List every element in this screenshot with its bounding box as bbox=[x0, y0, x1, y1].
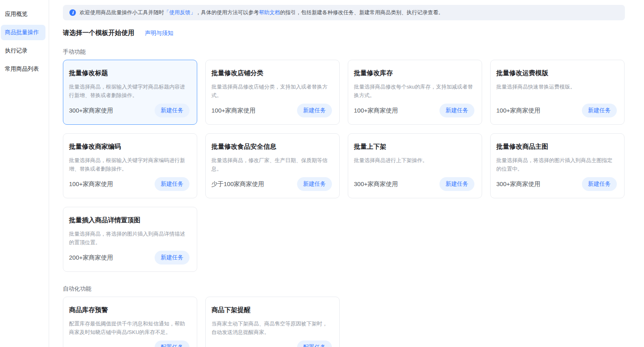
banner-text-before: 欢迎使用商品批量操作小工具并随时 bbox=[80, 9, 164, 15]
card-description: 批量选择商品，将选择的图片插入到商品详情描述的置顶位置。 bbox=[69, 230, 190, 247]
card-title: 批量修改店铺分类 bbox=[211, 69, 332, 78]
notice-link[interactable]: 声明与须知 bbox=[145, 30, 173, 37]
card-footer: 300+家商家使用 新建任务 bbox=[496, 173, 617, 191]
card-footer: 300+家商家使用 新建任务 bbox=[354, 173, 474, 191]
card-title: 批量修改库存 bbox=[354, 69, 474, 78]
card-title: 批量修改商家编码 bbox=[69, 143, 190, 151]
card-footer: 200+家商家使用 新建任务 bbox=[69, 247, 190, 265]
card-grid: 商品库存预警 配置库存最低阈值提供千牛消息和短信通知，帮助商家及时知晓店铺中商品… bbox=[63, 297, 625, 347]
section-label: 自动化功能 bbox=[63, 285, 625, 293]
card-footer: 少于100家商家使用 新建任务 bbox=[211, 173, 332, 191]
sidebar-item-0[interactable]: 应用概览 bbox=[1, 7, 45, 22]
card-footer: 100+家商家使用 新建任务 bbox=[69, 173, 190, 191]
card-description: 批量选择商品进行上下架操作。 bbox=[354, 156, 474, 165]
card-usage-count: 300+家商家使用 bbox=[354, 180, 398, 188]
card-action-button[interactable]: 新建任务 bbox=[439, 177, 474, 191]
card-0-7[interactable]: 批量修改商品主图 批量选择商品，将选择的图片插入到商品主图指定的位置中。 300… bbox=[490, 133, 625, 198]
card-0-4[interactable]: 批量修改商家编码 批量选择商品，根据输入关键字对商家编码进行新增、替换或者删除操… bbox=[63, 133, 197, 198]
card-0-8[interactable]: 批量插入商品详情置顶图 批量选择商品，将选择的图片插入到商品详情描述的置顶位置。… bbox=[63, 207, 197, 272]
sidebar-item-2[interactable]: 执行记录 bbox=[1, 43, 45, 59]
card-description: 批量选择商品，根据输入关键字对商家编码进行新增、替换或者删除操作。 bbox=[69, 156, 190, 173]
card-1-0[interactable]: 商品库存预警 配置库存最低阈值提供千牛消息和短信通知，帮助商家及时知晓店铺中商品… bbox=[63, 297, 197, 347]
banner-text-after: 的指引，包括新建各种修改任务、新建常用商品类别、执行记录查看。 bbox=[280, 9, 444, 15]
card-action-button[interactable]: 新建任务 bbox=[155, 251, 190, 265]
card-action-button[interactable]: 新建任务 bbox=[582, 104, 617, 117]
card-description: 批量选择商品修改店铺分类，支持加入或者替换方式。 bbox=[211, 82, 332, 100]
sidebar-item-1[interactable]: 商品批量操作 bbox=[1, 25, 45, 40]
card-title: 商品库存预警 bbox=[69, 306, 190, 314]
template-section: 自动化功能 商品库存预警 配置库存最低阈值提供千牛消息和短信通知，帮助商家及时知… bbox=[63, 285, 625, 347]
card-footer: 配置任务 bbox=[69, 336, 190, 347]
card-title: 批量插入商品详情置顶图 bbox=[69, 216, 190, 225]
card-footer: 300+家商家使用 新建任务 bbox=[69, 100, 190, 117]
page-title: 请选择一个模板开始使用 bbox=[63, 29, 134, 37]
card-usage-count: 少于100家商家使用 bbox=[211, 180, 264, 188]
card-title: 批量修改标题 bbox=[69, 69, 190, 78]
section-label: 手动功能 bbox=[63, 48, 625, 56]
card-usage-count: 100+家商家使用 bbox=[354, 107, 398, 115]
app-window: 应用概览 商品批量操作 执行记录 常用商品列表 i 欢迎使用商品批量操作小工具并… bbox=[0, 0, 644, 347]
sidebar: 应用概览 商品批量操作 执行记录 常用商品列表 bbox=[0, 0, 49, 347]
card-description: 批量选择商品，将选择的图片插入到商品主图指定的位置中。 bbox=[496, 156, 617, 173]
card-action-button[interactable]: 新建任务 bbox=[582, 177, 617, 191]
page-header: 请选择一个模板开始使用 声明与须知 bbox=[63, 29, 625, 37]
template-sections: 手动功能 批量修改标题 批量选择商品，根据输入关键字对商品标题内容进行新增、替换… bbox=[63, 48, 625, 347]
card-title: 批量修改食品安全信息 bbox=[211, 143, 332, 151]
card-usage-count: 200+家商家使用 bbox=[69, 254, 113, 262]
card-0-3[interactable]: 批量修改运费模版 批量选择商品快速替换运费模版。 100+家商家使用 新建任务 bbox=[490, 60, 625, 125]
card-0-5[interactable]: 批量修改食品安全信息 批量选择商品，修改厂家、生产日期、保质期等信息。 少于10… bbox=[205, 133, 340, 198]
card-action-button[interactable]: 新建任务 bbox=[155, 104, 190, 117]
card-footer: 100+家商家使用 新建任务 bbox=[211, 100, 332, 117]
card-footer: 配置任务 bbox=[211, 336, 332, 347]
card-description: 批量选择商品，修改厂家、生产日期、保质期等信息。 bbox=[211, 156, 332, 173]
card-usage-count: 100+家商家使用 bbox=[496, 107, 541, 115]
template-section: 手动功能 批量修改标题 批量选择商品，根据输入关键字对商品标题内容进行新增、替换… bbox=[63, 48, 625, 272]
card-footer: 100+家商家使用 新建任务 bbox=[496, 100, 617, 117]
card-action-button[interactable]: 新建任务 bbox=[297, 177, 332, 191]
card-title: 商品下架提醒 bbox=[211, 306, 332, 314]
card-0-1[interactable]: 批量修改店铺分类 批量选择商品修改店铺分类，支持加入或者替换方式。 100+家商… bbox=[205, 60, 340, 125]
welcome-banner: i 欢迎使用商品批量操作小工具并随时「使用反馈」，具体的使用方法可以参考帮助文档… bbox=[63, 5, 625, 20]
card-0-2[interactable]: 批量修改库存 批量选择商品修改每个sku的库存，支持加减或者替换方式。 100+… bbox=[348, 60, 482, 125]
feedback-link[interactable]: 「使用反馈」 bbox=[164, 9, 196, 15]
banner-text: 欢迎使用商品批量操作小工具并随时「使用反馈」，具体的使用方法可以参考帮助文档的指… bbox=[80, 9, 444, 16]
card-1-1[interactable]: 商品下架提醒 当商家主动下架商品、商品售空等原因被下架时，自动发送消息提醒商家。… bbox=[205, 297, 340, 347]
card-description: 批量选择商品修改每个sku的库存，支持加减或者替换方式。 bbox=[354, 82, 474, 100]
card-usage-count: 100+家商家使用 bbox=[211, 107, 256, 115]
card-description: 当商家主动下架商品、商品售空等原因被下架时，自动发送消息提醒商家。 bbox=[211, 319, 332, 336]
card-action-button[interactable]: 配置任务 bbox=[155, 340, 190, 347]
card-action-button[interactable]: 配置任务 bbox=[297, 340, 332, 347]
card-title: 批量修改商品主图 bbox=[496, 143, 617, 151]
card-usage-count: 100+家商家使用 bbox=[69, 180, 113, 188]
main-content: i 欢迎使用商品批量操作小工具并随时「使用反馈」，具体的使用方法可以参考帮助文档… bbox=[49, 0, 644, 347]
card-description: 配置库存最低阈值提供千牛消息和短信通知，帮助商家及时知晓店铺中商品/SKU的库存… bbox=[69, 319, 190, 336]
card-0-6[interactable]: 批量上下架 批量选择商品进行上下架操作。 300+家商家使用 新建任务 bbox=[348, 133, 482, 198]
card-0-0[interactable]: 批量修改标题 批量选择商品，根据输入关键字对商品标题内容进行新增、替换或者删除操… bbox=[63, 60, 197, 125]
card-action-button[interactable]: 新建任务 bbox=[297, 104, 332, 117]
info-icon: i bbox=[69, 9, 76, 16]
help-doc-link[interactable]: 帮助文档 bbox=[259, 9, 280, 15]
card-grid: 批量修改标题 批量选择商品，根据输入关键字对商品标题内容进行新增、替换或者删除操… bbox=[63, 60, 625, 272]
card-usage-count: 300+家商家使用 bbox=[69, 107, 113, 115]
card-description: 批量选择商品，根据输入关键字对商品标题内容进行新增、替换或者删除操作。 bbox=[69, 82, 190, 100]
card-action-button[interactable]: 新建任务 bbox=[155, 177, 190, 191]
card-action-button[interactable]: 新建任务 bbox=[439, 104, 474, 117]
card-title: 批量修改运费模版 bbox=[496, 69, 617, 78]
card-title: 批量上下架 bbox=[354, 143, 474, 151]
card-usage-count: 300+家商家使用 bbox=[496, 180, 541, 188]
banner-text-middle: ，具体的使用方法可以参考 bbox=[196, 9, 259, 15]
card-footer: 100+家商家使用 新建任务 bbox=[354, 100, 474, 117]
sidebar-item-3[interactable]: 常用商品列表 bbox=[1, 61, 45, 77]
card-description: 批量选择商品快速替换运费模版。 bbox=[496, 82, 617, 91]
